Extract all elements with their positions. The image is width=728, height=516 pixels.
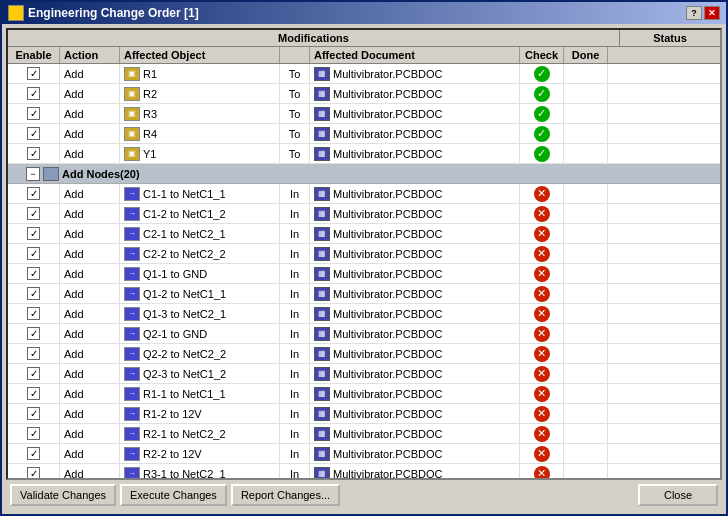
row-doc: ▦Multivibrator.PCBDOC [310,344,520,363]
row-checkbox[interactable] [27,407,40,420]
table-row: Add ▣R2 To ▦Multivibrator.PCBDOC ✓ [8,84,720,104]
row-checkbox[interactable] [27,287,40,300]
node-icon: → [124,287,140,301]
row-done [564,264,608,283]
row-to: In [280,384,310,403]
node-icon: → [124,347,140,361]
row-doc: ▦Multivibrator.PCBDOC [310,404,520,423]
col-header-enable: Enable [8,47,60,63]
table-row: Add →C2-2 to NetC2_2 In ▦Multivibrator.P… [8,244,720,264]
table-row: Add →R1-2 to 12V In ▦Multivibrator.PCBDO… [8,404,720,424]
pcb-icon: ▦ [314,227,330,241]
row-action: Add [60,104,120,123]
row-checkbox[interactable] [27,327,40,340]
table-row: Add →R2-1 to NetC2_2 In ▦Multivibrator.P… [8,424,720,444]
table-row: Add ▣Y1 To ▦Multivibrator.PCBDOC ✓ [8,144,720,164]
status-err-icon: ✕ [534,206,550,222]
row-action: Add [60,384,120,403]
row-check: ✕ [520,444,564,463]
row-to: To [280,124,310,143]
row-action: Add [60,404,120,423]
pcb-icon: ▦ [314,127,330,141]
row-to: In [280,244,310,263]
row-check: ✕ [520,404,564,423]
row-done [564,184,608,203]
row-object: →R1-1 to NetC1_1 [120,384,280,403]
row-checkbox[interactable] [27,307,40,320]
row-doc: ▦Multivibrator.PCBDOC [310,204,520,223]
row-doc: ▦Multivibrator.PCBDOC [310,364,520,383]
node-icon: → [124,227,140,241]
close-button[interactable]: Close [638,484,718,506]
node-icon: → [124,407,140,421]
component-icon: ▣ [124,67,140,81]
table-row: Add →C1-1 to NetC1_1 In ▦Multivibrator.P… [8,184,720,204]
status-ok-icon: ✓ [534,126,550,142]
table-body: Add ▣R1 To ▦Multivibrator.PCBDOC ✓ Add ▣… [8,64,720,478]
row-to: To [280,144,310,163]
row-object: →C1-1 to NetC1_1 [120,184,280,203]
status-err-icon: ✕ [534,386,550,402]
row-checkbox[interactable] [27,427,40,440]
validate-changes-button[interactable]: Validate Changes [10,484,116,506]
row-to: In [280,404,310,423]
group-icon [43,167,59,181]
row-checkbox[interactable] [27,127,40,140]
row-doc: ▦Multivibrator.PCBDOC [310,184,520,203]
help-button[interactable]: ? [686,6,702,20]
row-action: Add [60,464,120,478]
row-object: →Q1-3 to NetC2_1 [120,304,280,323]
row-doc: ▦Multivibrator.PCBDOC [310,124,520,143]
group-expand-button[interactable]: − [26,167,40,181]
row-checkbox[interactable] [27,207,40,220]
row-checkbox[interactable] [27,247,40,260]
row-checkbox[interactable] [27,387,40,400]
row-checkbox[interactable] [27,367,40,380]
row-check: ✕ [520,344,564,363]
row-checkbox[interactable] [27,107,40,120]
status-err-icon: ✕ [534,266,550,282]
main-window: ⚡ Engineering Change Order [1] ? ✕ Modif… [0,0,728,516]
execute-changes-button[interactable]: Execute Changes [120,484,227,506]
row-done [564,124,608,143]
content-area: Modifications Status Enable Action Affec… [2,24,726,514]
row-check: ✕ [520,184,564,203]
row-action: Add [60,64,120,83]
row-checkbox[interactable] [27,87,40,100]
row-action: Add [60,244,120,263]
row-checkbox[interactable] [27,147,40,160]
row-check: ✓ [520,124,564,143]
row-checkbox[interactable] [27,187,40,200]
group-label: Add Nodes(20) [62,168,140,180]
pcb-icon: ▦ [314,327,330,341]
pcb-icon: ▦ [314,447,330,461]
window-title: Engineering Change Order [1] [28,6,199,20]
pcb-icon: ▦ [314,407,330,421]
row-checkbox[interactable] [27,447,40,460]
table-row: Add →C2-1 to NetC2_1 In ▦Multivibrator.P… [8,224,720,244]
row-checkbox[interactable] [27,467,40,478]
status-err-icon: ✕ [534,286,550,302]
row-action: Add [60,224,120,243]
row-checkbox[interactable] [27,227,40,240]
row-object: →R3-1 to NetC2_1 [120,464,280,478]
row-done [564,64,608,83]
row-to: In [280,224,310,243]
row-checkbox[interactable] [27,347,40,360]
pcb-icon: ▦ [314,367,330,381]
window-close-button[interactable]: ✕ [704,6,720,20]
report-changes-button[interactable]: Report Changes... [231,484,340,506]
node-icon: → [124,267,140,281]
node-icon: → [124,327,140,341]
row-doc: ▦Multivibrator.PCBDOC [310,384,520,403]
row-doc: ▦Multivibrator.PCBDOC [310,284,520,303]
row-check: ✕ [520,284,564,303]
row-checkbox[interactable] [27,267,40,280]
row-object: ▣Y1 [120,144,280,163]
node-icon: → [124,207,140,221]
row-object: →Q2-2 to NetC2_2 [120,344,280,363]
row-object: →C2-2 to NetC2_2 [120,244,280,263]
row-checkbox[interactable] [27,67,40,80]
row-to: In [280,324,310,343]
row-to: In [280,304,310,323]
